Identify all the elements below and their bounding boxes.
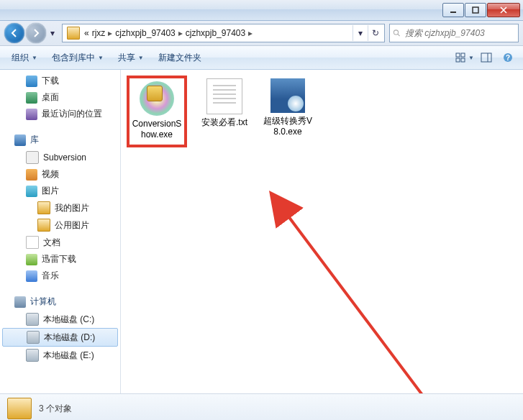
file-thumbnail [206, 78, 242, 114]
tree-item[interactable]: 本地磁盘 (C:) [0, 311, 120, 328]
tree-item[interactable]: 桌面 [0, 89, 120, 106]
file-item[interactable]: ConversionShow.exe [127, 76, 187, 147]
recent-icon [26, 109, 37, 120]
share-label: 共享 [118, 52, 135, 64]
tree-item-label: Subversion [43, 152, 86, 163]
back-button[interactable] [4, 23, 24, 43]
tree-item-label: 本地磁盘 (D:) [44, 332, 95, 344]
tree-item[interactable]: 下载 [0, 73, 120, 89]
tree-item-label: 我的图片 [55, 202, 89, 214]
download-icon [26, 76, 37, 87]
computer-icon [14, 296, 26, 308]
svg-rect-0 [450, 12, 456, 13]
forward-button[interactable] [26, 23, 46, 43]
chevron-right-icon[interactable]: ▸ [247, 28, 254, 38]
nav-row: ▾ « rjxz ▸ cjzhxpjb_97403 ▸ cjzhxpjb_974… [0, 21, 523, 46]
chevron-right-icon[interactable]: ▸ [177, 28, 184, 38]
chevron-down-icon: ▼ [32, 55, 37, 61]
folder-icon [37, 219, 50, 232]
nav-buttons: ▾ [4, 23, 58, 43]
include-in-library-menu[interactable]: 包含到库中▼ [46, 49, 109, 67]
tree-item[interactable]: 本地磁盘 (E:) [0, 347, 120, 364]
file-name-label: 安装必看.txt [199, 117, 250, 128]
svg-text:?: ? [506, 54, 510, 62]
refresh-button[interactable]: ↻ [368, 25, 383, 41]
tree-item-label: 最近访问的位置 [42, 108, 102, 120]
desktop-icon [26, 92, 37, 104]
tree-item[interactable]: 公用图片 [0, 216, 120, 234]
maximize-button[interactable] [465, 3, 486, 17]
pic-icon [26, 186, 37, 197]
chevron-right-icon[interactable]: ▸ [106, 28, 114, 38]
folder-icon [37, 201, 50, 214]
tree-group-label: 计算机 [30, 296, 56, 308]
titlebar [0, 0, 523, 21]
breadcrumb[interactable]: cjzhxpjb_97403 [184, 28, 247, 38]
navigation-pane[interactable]: 下载桌面最近访问的位置库Subversion视频图片我的图片公用图片文档迅雷下载… [0, 70, 121, 393]
view-options-button[interactable]: ▼ [455, 50, 474, 65]
newfolder-label: 新建文件夹 [158, 52, 201, 64]
search-input[interactable] [404, 27, 515, 39]
item-count-label: 3 个对象 [39, 403, 72, 415]
chevron-down-icon: ▼ [98, 55, 104, 61]
tree-item[interactable]: 视频 [0, 166, 120, 183]
nav-history-dropdown[interactable]: ▾ [47, 26, 58, 40]
help-button[interactable]: ? [499, 50, 517, 65]
tree-item[interactable]: 本地磁盘 (D:) [2, 328, 118, 347]
content-pane[interactable]: ConversionShow.exe安装必看.txt超级转换秀V8.0.exe [121, 70, 523, 393]
file-thumbnail [270, 78, 305, 113]
tree-item[interactable]: Subversion [0, 149, 120, 166]
new-folder-button[interactable]: 新建文件夹 [153, 49, 207, 67]
svg-rect-4 [456, 53, 460, 57]
include-label: 包含到库中 [52, 52, 95, 64]
share-menu[interactable]: 共享▼ [112, 49, 150, 67]
tree-item-label: 公用图片 [55, 219, 89, 232]
status-bar: 3 个对象 [0, 393, 523, 420]
file-item[interactable]: 超级转换秀V8.0.exe [262, 78, 314, 137]
address-dropdown-button[interactable]: ▾ [353, 25, 368, 41]
svg-line-12 [286, 214, 437, 393]
breadcrumb[interactable]: rjxz [91, 28, 107, 38]
doc-icon [26, 236, 39, 249]
video-icon [26, 169, 37, 181]
drive-icon [27, 331, 40, 344]
folder-icon [7, 398, 32, 419]
tree-item[interactable]: 迅雷下载 [0, 251, 120, 268]
svg-rect-6 [456, 58, 460, 62]
file-item[interactable]: 安装必看.txt [199, 78, 250, 128]
file-name-label: ConversionShow.exe [131, 119, 183, 140]
tree-item-label: 视频 [42, 168, 59, 181]
search-icon [393, 28, 401, 38]
tree-item[interactable]: 文档 [0, 234, 120, 251]
file-list: ConversionShow.exe安装必看.txt超级转换秀V8.0.exe [121, 70, 523, 156]
tree-item[interactable]: 我的图片 [0, 199, 120, 216]
tree-group-label: 库 [30, 134, 39, 146]
explorer-window: ▾ « rjxz ▸ cjzhxpjb_97403 ▸ cjzhxpjb_974… [0, 0, 523, 420]
svg-point-2 [394, 30, 398, 35]
tree-item[interactable]: 最近访问的位置 [0, 106, 120, 122]
tree-item-label: 图片 [42, 185, 59, 197]
tree-item[interactable]: 音乐 [0, 268, 120, 284]
tree-item-label: 文档 [43, 237, 60, 249]
tree-item[interactable]: 图片 [0, 183, 120, 199]
tree-item-label: 本地磁盘 (E:) [43, 350, 94, 362]
file-thumbnail [140, 81, 174, 116]
tree-group-libraries[interactable]: 库 [0, 131, 120, 149]
tree-item-label: 下载 [42, 75, 59, 87]
breadcrumb-prefix: « [83, 28, 91, 38]
minimize-button[interactable] [442, 3, 464, 17]
xl-icon [26, 254, 37, 265]
close-button[interactable] [487, 3, 520, 17]
organize-menu[interactable]: 组织▼ [6, 49, 43, 67]
music-icon [26, 270, 37, 282]
svg-rect-8 [481, 53, 491, 62]
library-icon [14, 134, 26, 146]
folder-icon [67, 27, 80, 40]
search-box[interactable] [389, 24, 519, 42]
tree-item-label: 迅雷下载 [42, 253, 76, 265]
preview-pane-button[interactable] [477, 50, 496, 65]
breadcrumb[interactable]: cjzhxpjb_97403 [114, 28, 176, 38]
body: 下载桌面最近访问的位置库Subversion视频图片我的图片公用图片文档迅雷下载… [0, 70, 523, 393]
address-bar[interactable]: « rjxz ▸ cjzhxpjb_97403 ▸ cjzhxpjb_97403… [62, 24, 385, 42]
tree-group-computer[interactable]: 计算机 [0, 293, 120, 311]
